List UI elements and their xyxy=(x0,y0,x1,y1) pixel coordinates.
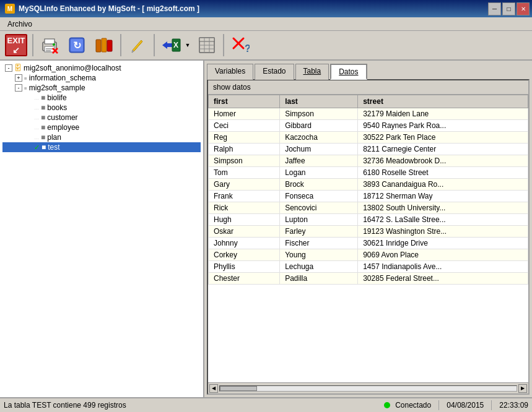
table-row[interactable]: GaryBrock3893 Canandaigua Ro... xyxy=(209,179,528,191)
sidebar-item-information-schema[interactable]: + ■ information_schema xyxy=(2,73,201,83)
table-row[interactable]: ChesterPadilla30285 Federal Street... xyxy=(209,273,528,285)
excel-export-group: X ▼ xyxy=(159,33,192,58)
info-schema-expander[interactable]: + xyxy=(15,74,22,82)
table-row[interactable]: JohnnyFischer30621 Inridge Drive xyxy=(209,238,528,249)
table-row[interactable]: RalphJochum8211 Carnegie Center xyxy=(209,144,528,155)
table-row[interactable]: PhyllisLechuga1457 Indianapolis Ave... xyxy=(209,261,528,273)
database-icon: 🗄 xyxy=(14,64,22,72)
cell-street: 30621 Inridge Drive xyxy=(358,238,528,249)
titlebar-title: MySQLInfo Enhanced by MigSoft - [ mig2so… xyxy=(19,4,199,13)
sample-expander[interactable]: - xyxy=(15,84,22,92)
col-street[interactable]: street xyxy=(358,95,528,108)
cell-last: Sencovici xyxy=(280,202,358,214)
window-controls: ─ □ ✕ xyxy=(488,2,530,15)
exit-button[interactable]: EXIT ↙ xyxy=(4,33,28,58)
excel-dropdown-button[interactable]: ▼ xyxy=(183,33,192,58)
svg-text:?: ? xyxy=(245,43,250,54)
tab-variables[interactable]: Variables xyxy=(207,64,253,80)
data-table: first last street HomerSimpson32179 Maid… xyxy=(208,95,528,285)
tab-tabla[interactable]: Tabla xyxy=(295,64,329,80)
col-first[interactable]: first xyxy=(209,95,280,108)
cell-first: Reg xyxy=(209,132,280,144)
status-right: Conectado 04/08/2015 22:33:09 xyxy=(384,400,528,410)
scroll-track[interactable] xyxy=(219,385,517,392)
cell-street: 16472 S. LaSalle Stree... xyxy=(358,214,528,226)
cell-first: Phyllis xyxy=(209,261,280,273)
tab-estado[interactable]: Estado xyxy=(255,64,294,80)
svg-marker-14 xyxy=(133,40,142,51)
table-row[interactable]: TomLogan6180 Roselle Street xyxy=(209,167,528,179)
sidebar-item-plan[interactable]: … ■ plan xyxy=(2,132,201,142)
table-row[interactable]: HughLupton16472 S. LaSalle Stree... xyxy=(209,214,528,226)
svg-rect-1 xyxy=(45,39,55,44)
table-dot-5: … xyxy=(34,135,39,140)
sidebar-item-biolife[interactable]: … ■ biolife xyxy=(2,93,201,103)
svg-rect-3 xyxy=(46,48,53,49)
edit-button[interactable] xyxy=(125,33,150,58)
toolbar-sep-1 xyxy=(32,34,33,56)
svg-rect-13 xyxy=(107,40,112,51)
svg-text:X: X xyxy=(173,41,178,49)
sidebar-item-test[interactable]: ✓ ■ test xyxy=(2,142,201,152)
status-separator-1 xyxy=(438,400,439,410)
scroll-left-button[interactable]: ◀ xyxy=(209,384,218,393)
table-row[interactable]: CorkeyYoung9069 Avon Place xyxy=(209,249,528,261)
toolbar-sep-3 xyxy=(154,34,155,56)
cell-first: Tom xyxy=(209,167,280,179)
scroll-thumb[interactable] xyxy=(220,386,257,391)
toolbar-sep-4 xyxy=(223,34,224,56)
cell-first: Gary xyxy=(209,179,280,191)
scroll-right-button[interactable]: ▶ xyxy=(518,384,527,393)
cell-street: 19123 Washington Stre... xyxy=(358,226,528,238)
table-row[interactable]: RegKaczocha30522 Park Ten Place xyxy=(209,132,528,144)
titlebar: M MySQLInfo Enhanced by MigSoft - [ mig2… xyxy=(0,0,532,17)
sidebar-item-employee[interactable]: … ■ employee xyxy=(2,122,201,132)
cell-street: 32736 Meadowbrook D... xyxy=(358,155,528,167)
sidebar-item-customer[interactable]: … ■ customer xyxy=(2,113,201,122)
cancel-help-button[interactable]: ? xyxy=(228,33,253,58)
table-row[interactable]: HomerSimpson32179 Maiden Lane xyxy=(209,108,528,120)
sidebar-item-books[interactable]: … ■ books xyxy=(2,103,201,113)
svg-marker-17 xyxy=(162,41,172,49)
table-row[interactable]: CeciGibbard9540 Raynes Park Roa... xyxy=(209,120,528,132)
statusbar: La tabla TEST contiene 499 registros Con… xyxy=(0,397,532,412)
connection-indicator xyxy=(384,402,390,408)
cell-street: 32179 Maiden Lane xyxy=(358,108,528,120)
root-expander[interactable]: - xyxy=(5,64,12,72)
menu-archivo[interactable]: Archivo xyxy=(2,19,37,30)
data-table-container[interactable]: first last street HomerSimpson32179 Maid… xyxy=(208,95,528,382)
close-button[interactable]: ✕ xyxy=(517,2,530,15)
cell-first: Frank xyxy=(209,191,280,202)
table-row[interactable]: FrankFonseca18712 Sherman Way xyxy=(209,191,528,202)
tab-datos[interactable]: Datos xyxy=(330,64,367,80)
cell-first: Johnny xyxy=(209,238,280,249)
refresh-button[interactable]: ↻ xyxy=(64,33,89,58)
maximize-button[interactable]: □ xyxy=(502,2,515,15)
grid-view-button[interactable] xyxy=(194,33,219,58)
svg-rect-4 xyxy=(46,50,51,51)
cell-last: Brock xyxy=(280,179,358,191)
table-row[interactable]: RickSencovici13802 South University... xyxy=(209,202,528,214)
table-dot-2: … xyxy=(34,105,39,111)
cell-street: 1457 Indianapolis Ave... xyxy=(358,261,528,273)
plan-label: plan xyxy=(47,133,61,142)
table-row[interactable]: OskarFarley19123 Washington Stre... xyxy=(209,226,528,238)
sidebar-tree: - 🗄 mig2soft_anonimo@localhost + ■ infor… xyxy=(0,61,204,397)
minimize-button[interactable]: ─ xyxy=(488,2,501,15)
status-time: 22:33:09 xyxy=(499,401,528,410)
folder-dot-icon: ■ xyxy=(24,75,27,81)
cell-first: Chester xyxy=(209,273,280,285)
col-last[interactable]: last xyxy=(280,95,358,108)
cell-first: Simpson xyxy=(209,155,280,167)
root-label: mig2soft_anonimo@localhost xyxy=(24,64,121,72)
sidebar-item-root[interactable]: - 🗄 mig2soft_anonimo@localhost xyxy=(2,63,201,73)
checkmark-icon: ✓ xyxy=(34,144,40,152)
sidebar-item-sample[interactable]: - ■ mig2soft_sample xyxy=(2,83,201,93)
books-button[interactable] xyxy=(92,33,116,58)
tab-estado-label: Estado xyxy=(263,67,286,75)
sample-label: mig2soft_sample xyxy=(29,84,85,92)
table-row[interactable]: SimpsonJaffee32736 Meadowbrook D... xyxy=(209,155,528,167)
horizontal-scrollbar[interactable]: ◀ ▶ xyxy=(208,382,528,393)
excel-export-button[interactable]: X xyxy=(159,33,183,58)
print-button[interactable] xyxy=(37,33,62,58)
